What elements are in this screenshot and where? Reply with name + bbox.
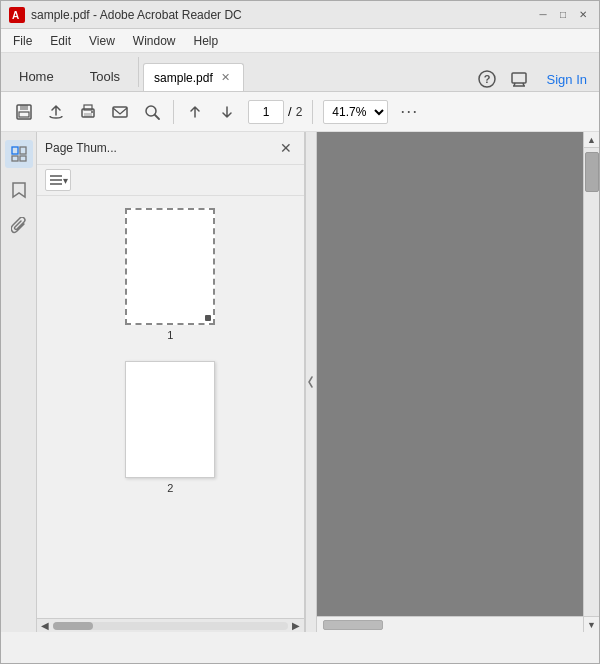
thumbnail-panel: Page Thum... ✕ ▾ 1 2 [37,132,305,632]
svg-rect-18 [12,147,18,154]
scrollbar-track [53,622,288,630]
svg-rect-19 [20,147,26,154]
title-text: sample.pdf - Adobe Acrobat Reader DC [31,8,242,22]
page-input-wrap: / 2 [248,100,302,124]
prev-page-button[interactable] [180,97,210,127]
next-page-button[interactable] [212,97,242,127]
scroll-left-button[interactable]: ◀ [41,620,49,631]
svg-point-14 [91,111,93,113]
thumbnails-icon[interactable] [5,140,33,168]
bottom-scrollbar [317,616,584,632]
svg-rect-12 [84,113,92,117]
page-total: 2 [296,105,303,119]
thumbnail-page-2[interactable]: 2 [125,361,215,494]
thumbnail-close-button[interactable]: ✕ [276,138,296,158]
bookmark-icon [11,181,27,199]
side-icons [1,132,37,632]
sign-in-button[interactable]: Sign In [539,68,595,91]
svg-rect-15 [113,107,127,117]
pdf-content [317,132,584,616]
svg-rect-4 [512,73,526,83]
separator-1 [173,100,174,124]
menu-help[interactable]: Help [186,32,227,50]
svg-rect-10 [19,112,29,117]
main-area: Page Thum... ✕ ▾ 1 2 [1,132,599,632]
page-2-label: 2 [167,482,173,494]
tab-tools[interactable]: Tools [72,61,138,91]
menu-view[interactable]: View [81,32,123,50]
scroll-thumb[interactable] [585,152,599,192]
save-icon [15,103,33,121]
search-button[interactable] [137,97,167,127]
help-button[interactable]: ? [475,67,499,91]
separator-2 [312,100,313,124]
collapse-icon [307,376,315,388]
upload-icon [47,103,65,121]
thumbnail-options-button[interactable]: ▾ [45,169,71,191]
email-button[interactable] [105,97,135,127]
menu-file[interactable]: File [5,32,40,50]
zoom-select[interactable]: 41.7% 50% 75% 100% 125% 150% 200% [323,100,388,124]
doc-tab-close-button[interactable]: ✕ [219,71,233,85]
attachments-icon[interactable] [5,212,33,240]
thumbnail-list: 1 2 [37,196,304,618]
svg-text:?: ? [483,73,490,85]
page-thumbnail-1[interactable] [125,208,215,325]
panel-scrollbar: ◀ ▶ [37,618,304,632]
help-icon: ? [478,70,496,88]
page-indicator [205,315,211,321]
svg-rect-20 [12,156,18,161]
upload-button[interactable] [41,97,71,127]
page-number-input[interactable] [248,100,284,124]
more-tools-button[interactable]: ··· [394,97,424,127]
email-icon [111,103,129,121]
prev-icon [186,103,204,121]
menu-window[interactable]: Window [125,32,184,50]
right-scrollbar: ▲ ▼ [583,132,599,632]
tab-right-actions: ? Sign In [475,67,595,91]
attachment-icon [11,217,27,235]
scroll-down-button[interactable]: ▼ [584,616,599,632]
svg-rect-21 [20,156,26,161]
close-button[interactable]: ✕ [575,7,591,23]
svg-text:A: A [12,10,19,21]
minimize-button[interactable]: ─ [535,7,551,23]
thumbnail-header: Page Thum... ✕ [37,132,304,165]
scroll-up-button[interactable]: ▲ [584,132,599,148]
scrollbar-thumb[interactable] [53,622,93,630]
print-icon [79,103,97,121]
thumbnail-title: Page Thum... [45,141,117,155]
thumbnail-toolbar: ▾ [37,165,304,196]
alert-button[interactable] [507,67,531,91]
alert-icon [510,70,528,88]
toolbar: / 2 41.7% 50% 75% 100% 125% 150% 200% ··… [1,92,599,132]
menu-edit[interactable]: Edit [42,32,79,50]
zoom-wrap: 41.7% 50% 75% 100% 125% 150% 200% [323,100,388,124]
page-1-label: 1 [167,329,173,341]
svg-rect-9 [20,105,28,110]
window-controls: ─ □ ✕ [535,7,591,23]
tab-home[interactable]: Home [1,61,72,91]
scroll-track [584,148,599,616]
bookmarks-icon[interactable] [5,176,33,204]
thumbnail-page-1[interactable]: 1 [125,208,215,341]
panel-collapse-handle[interactable] [305,132,317,632]
svg-line-17 [155,115,159,119]
page-separator: / [288,104,292,119]
title-bar-left: A sample.pdf - Adobe Acrobat Reader DC [9,7,242,23]
horizontal-scrollbar-thumb[interactable] [323,620,383,630]
page-thumbnail-2[interactable] [125,361,215,478]
pages-icon [10,145,28,163]
scroll-right-button[interactable]: ▶ [292,620,300,631]
document-tab[interactable]: sample.pdf ✕ [143,63,244,91]
title-bar: A sample.pdf - Adobe Acrobat Reader DC ─… [1,1,599,29]
menu-bar: File Edit View Window Help [1,29,599,53]
next-icon [218,103,236,121]
print-button[interactable] [73,97,103,127]
doc-tab-label: sample.pdf [154,71,213,85]
search-icon [143,103,161,121]
save-button[interactable] [9,97,39,127]
list-icon [49,174,63,186]
maximize-button[interactable]: □ [555,7,571,23]
app-icon: A [9,7,25,23]
